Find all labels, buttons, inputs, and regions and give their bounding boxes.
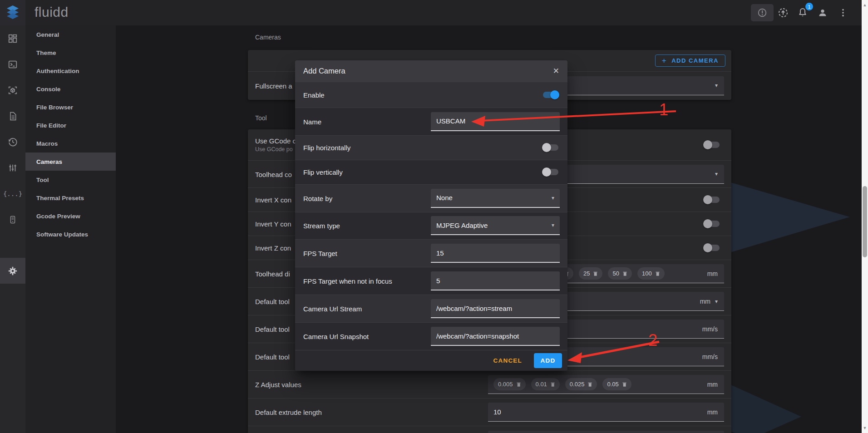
unit-suffix: mm/s <box>702 325 718 333</box>
z-adjust-field[interactable]: 0.005 0.01 0.025 0.05 mm <box>488 375 724 394</box>
sidebar-item-theme[interactable]: Theme <box>25 44 116 62</box>
scrollbar-thumb[interactable] <box>863 186 867 257</box>
unit-suffix: mm <box>707 381 718 388</box>
chip-value: 0.05 <box>607 381 618 388</box>
extrude-length-input[interactable]: 10 mm <box>488 403 724 422</box>
value-chip[interactable]: 0.025 <box>565 378 597 390</box>
use-gcode-toggle[interactable] <box>704 142 720 148</box>
setting-row-extrude-length: Default extrude length 10 mm <box>248 398 731 426</box>
account-button[interactable] <box>817 7 828 18</box>
estop-icon <box>757 8 767 18</box>
trash-icon[interactable] <box>622 271 627 276</box>
trash-icon[interactable] <box>550 382 555 387</box>
dialog-footer: CANCEL ADD <box>295 350 567 371</box>
value-chip[interactable]: 0.05 <box>602 378 631 390</box>
rail-history-icon[interactable] <box>0 129 25 155</box>
update-status-button[interactable] <box>778 7 789 18</box>
setting-label: Default tool <box>255 325 290 333</box>
chip-value: 0.025 <box>570 381 585 388</box>
value-chip[interactable]: 50 <box>608 267 631 280</box>
chevron-down-icon: ▾ <box>715 82 718 89</box>
add-camera-button[interactable]: + ADD CAMERA <box>655 54 725 67</box>
rail-gcode-preview-icon[interactable] <box>0 77 25 103</box>
trash-icon[interactable] <box>655 271 660 276</box>
invert-z-toggle[interactable] <box>704 245 720 251</box>
camera-url-stream-input[interactable]: /webcam/?action=stream <box>431 299 560 318</box>
chevron-down-icon: ▾ <box>552 195 554 201</box>
scrollbar-down-arrow[interactable]: ▼ <box>862 425 868 431</box>
dialog-row-flip-horizontal: Flip horizontally <box>295 135 567 160</box>
update-arrow-icon <box>778 7 789 18</box>
dialog-row-enable: Enable <box>295 82 567 108</box>
fps-target-input[interactable]: 15 <box>431 244 560 263</box>
setting-label: Fullscreen a <box>255 82 292 89</box>
fps-unfocused-input[interactable]: 5 <box>431 271 560 290</box>
trash-icon[interactable] <box>516 382 521 387</box>
sidebar-item-file-editor[interactable]: File Editor <box>25 116 116 134</box>
chevron-down-icon: ▾ <box>715 298 718 305</box>
stream-type-select[interactable]: MJPEG Adaptive ▾ <box>431 216 560 235</box>
dialog-label: Stream type <box>303 222 340 230</box>
flip-horizontal-toggle[interactable] <box>543 144 558 151</box>
sidebar-item-console[interactable]: Console <box>25 80 116 98</box>
close-icon[interactable]: ✕ <box>553 66 559 76</box>
rail-printer-icon[interactable] <box>0 207 25 232</box>
cameras-section-heading: Cameras <box>255 34 281 41</box>
cancel-button[interactable]: CANCEL <box>490 354 526 367</box>
sidebar-item-software-updates[interactable]: Software Updates <box>25 225 116 243</box>
sidebar-item-general[interactable]: General <box>25 25 116 44</box>
sidebar-item-authentication[interactable]: Authentication <box>25 62 116 80</box>
sidebar-item-thermal-presets[interactable]: Thermal Presets <box>25 189 116 207</box>
sidebar-item-macros[interactable]: Macros <box>25 134 116 153</box>
enable-toggle[interactable] <box>543 92 558 98</box>
plus-icon: + <box>662 56 667 65</box>
input-value: 5 <box>436 277 440 285</box>
setting-label: Default extrude length <box>255 408 322 416</box>
value-chip[interactable]: 25 <box>579 267 602 280</box>
sidebar-item-file-browser[interactable]: File Browser <box>25 98 116 116</box>
dialog-row-name: Name USBCAM <box>295 108 567 135</box>
camera-url-snapshot-input[interactable]: /webcam/?action=snapshot <box>431 327 560 346</box>
dialog-label: FPS Target when not in focus <box>303 277 392 285</box>
dialog-row-flip-vertical: Flip vertically <box>295 160 567 184</box>
dialog-label: Enable <box>303 91 325 98</box>
dialog-title: Add Camera <box>303 67 345 75</box>
rail-jobs-icon[interactable] <box>0 103 25 129</box>
setting-label: Default tool <box>255 298 290 305</box>
rail-macros-icon[interactable]: {...} <box>0 181 25 207</box>
field-value: 10 <box>493 408 501 416</box>
value-chip[interactable]: 0.005 <box>493 378 526 390</box>
value-chip[interactable]: 100 <box>637 267 665 280</box>
add-button[interactable]: ADD <box>534 353 562 368</box>
chip-value: 0.005 <box>498 381 513 388</box>
trash-icon[interactable] <box>587 382 592 387</box>
setting-label: Z Adjust values <box>255 381 301 389</box>
dialog-label: FPS Target <box>303 250 337 257</box>
invert-x-toggle[interactable] <box>704 197 720 203</box>
trash-icon[interactable] <box>622 382 627 387</box>
value-chip[interactable]: 0.01 <box>531 378 560 390</box>
rail-dashboard-icon[interactable] <box>0 25 25 51</box>
rail-console-icon[interactable] <box>0 51 25 77</box>
dialog-label: Camera Url Stream <box>303 305 362 313</box>
fluidd-logo[interactable] <box>0 0 25 25</box>
scrollbar-up-arrow[interactable]: ▲ <box>862 2 868 8</box>
unit-suffix: mm/s <box>702 353 718 360</box>
sidebar-item-cameras[interactable]: Cameras <box>25 153 116 171</box>
sidebar-item-tool[interactable]: Tool <box>25 171 116 189</box>
rail-tune-icon[interactable] <box>0 155 25 181</box>
rotate-by-select[interactable]: None ▾ <box>431 189 560 208</box>
partial-field <box>488 431 724 433</box>
setting-label: Toolhead co <box>255 170 292 178</box>
overflow-menu-button[interactable] <box>838 7 848 18</box>
account-icon <box>817 7 828 18</box>
rail-settings-icon[interactable] <box>0 258 25 284</box>
flip-vertical-toggle[interactable] <box>543 169 558 175</box>
dialog-row-fps-target: FPS Target 15 <box>295 239 567 267</box>
trash-icon[interactable] <box>593 271 598 276</box>
emergency-stop-button[interactable] <box>751 4 774 21</box>
invert-y-toggle[interactable] <box>704 221 720 227</box>
chip-value: 0.01 <box>536 381 547 388</box>
camera-name-input[interactable]: USBCAM <box>431 112 560 131</box>
sidebar-item-gcode-preview[interactable]: Gcode Preview <box>25 207 116 225</box>
